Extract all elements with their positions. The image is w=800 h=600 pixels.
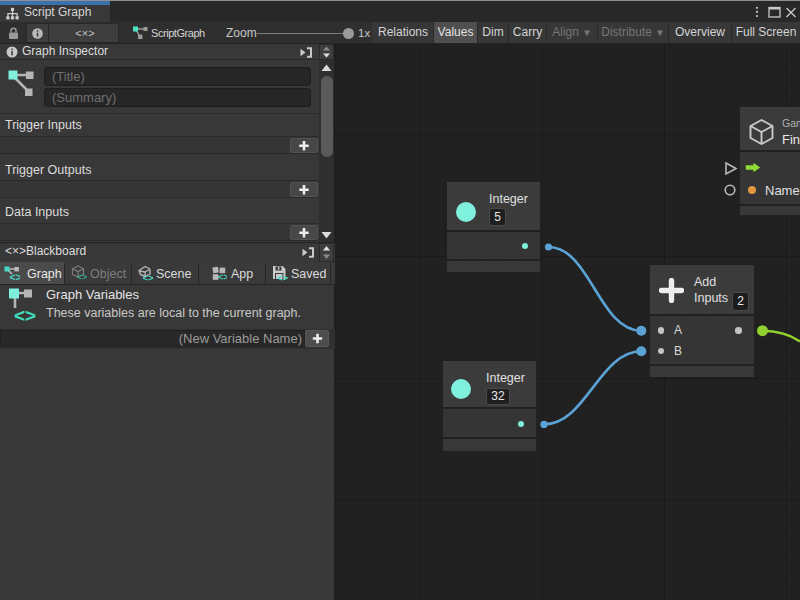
- svg-text:<>: <>: [277, 271, 288, 281]
- svg-text:<>: <>: [218, 271, 227, 281]
- svg-text:<>: <>: [143, 272, 154, 282]
- svg-text:<>: <>: [10, 271, 21, 282]
- svg-text:<>: <>: [77, 272, 87, 281]
- svg-text:<>: <>: [14, 305, 36, 324]
